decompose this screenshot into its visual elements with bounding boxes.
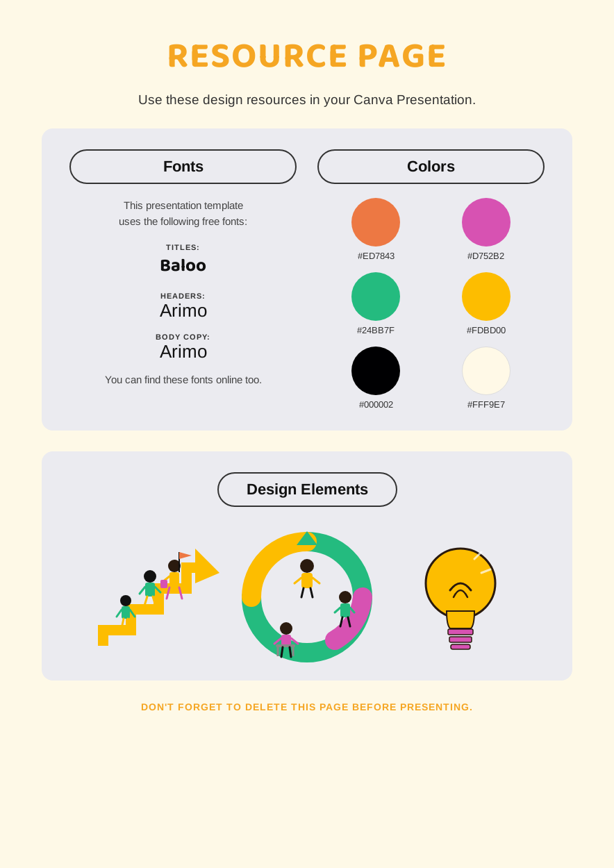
page-subtitle: Use these design resources in your Canva… xyxy=(42,92,572,108)
colors-title: Colors xyxy=(407,158,455,175)
svg-point-16 xyxy=(120,595,131,606)
svg-marker-1 xyxy=(195,549,219,583)
fonts-intro: This presentation templateuses the follo… xyxy=(69,198,297,229)
font-name-arimo-body: Arimo xyxy=(69,341,297,362)
color-item-6: #FFF9E7 xyxy=(462,347,511,410)
fonts-footer: You can find these fonts online too. xyxy=(69,374,297,385)
svg-point-29 xyxy=(339,591,351,603)
color-circle-pink xyxy=(462,198,511,247)
page-header: RESOURCE PAGE Use these design resources… xyxy=(42,28,572,108)
color-circle-cream xyxy=(462,347,511,395)
font-name-arimo-headers: Arimo xyxy=(69,300,297,322)
illustration-stairs xyxy=(84,535,223,660)
svg-line-31 xyxy=(335,608,340,612)
fonts-title-box: Fonts xyxy=(69,149,297,184)
color-item-3: #24BB7F xyxy=(351,272,400,335)
font-label-titles: TITLES: xyxy=(69,243,297,251)
fonts-title: Fonts xyxy=(163,158,204,175)
color-hex-pink: #D752B2 xyxy=(467,251,504,261)
svg-rect-47 xyxy=(449,637,472,642)
design-elements-card: Design Elements xyxy=(42,451,572,681)
design-elements-title-container: Design Elements xyxy=(69,472,545,535)
illustrations-row xyxy=(69,535,545,660)
svg-line-27 xyxy=(301,588,304,597)
color-item-5: #000002 xyxy=(351,347,400,410)
font-label-body: BODY COPY: xyxy=(69,333,297,341)
font-name-baloo: Baloo xyxy=(69,251,297,281)
font-label-headers: HEADERS: xyxy=(69,292,297,300)
svg-marker-12 xyxy=(179,552,192,559)
svg-line-28 xyxy=(310,588,313,597)
svg-line-41 xyxy=(290,647,291,657)
svg-rect-30 xyxy=(340,603,350,617)
color-hex-green: #24BB7F xyxy=(357,325,395,335)
font-entry-headers: HEADERS: Arimo xyxy=(69,292,297,322)
color-circle-orange xyxy=(351,198,400,247)
illustration-lightbulb xyxy=(391,535,530,660)
font-entry-body: BODY COPY: Arimo xyxy=(69,333,297,362)
svg-rect-15 xyxy=(160,580,167,588)
svg-rect-3 xyxy=(145,583,155,596)
color-hex-black: #000002 xyxy=(359,399,393,410)
footer-note: DON'T FORGET TO DELETE THIS PAGE BEFORE … xyxy=(42,701,572,712)
design-elements-title-box: Design Elements xyxy=(217,472,397,507)
svg-point-23 xyxy=(300,559,314,573)
svg-rect-17 xyxy=(122,606,130,619)
fonts-colors-grid: Fonts This presentation templateuses the… xyxy=(69,149,545,410)
fonts-colors-card: Fonts This presentation templateuses the… xyxy=(42,128,572,431)
color-item-4: #FDBD00 xyxy=(462,272,511,335)
svg-line-26 xyxy=(313,578,320,583)
svg-rect-9 xyxy=(169,572,179,587)
color-hex-orange: #ED7843 xyxy=(358,251,395,261)
font-entry-titles: TITLES: Baloo xyxy=(69,243,297,281)
fonts-section: Fonts This presentation templateuses the… xyxy=(69,149,297,410)
svg-line-25 xyxy=(294,578,301,583)
svg-line-4 xyxy=(140,587,145,594)
color-circle-black xyxy=(351,347,400,395)
colors-section: Colors #ED7843 #D752B2 #24BB7F #FDBD00 xyxy=(317,149,545,410)
color-circle-yellow xyxy=(462,272,511,321)
color-hex-yellow: #FDBD00 xyxy=(467,325,506,335)
colors-grid: #ED7843 #D752B2 #24BB7F #FDBD00 #000002 xyxy=(317,198,545,410)
svg-rect-37 xyxy=(276,644,295,647)
page-title: RESOURCE PAGE xyxy=(42,28,572,85)
svg-point-35 xyxy=(280,622,292,635)
svg-rect-24 xyxy=(301,573,313,588)
color-item-2: #D752B2 xyxy=(462,198,511,261)
footer-text: DON'T FORGET TO DELETE THIS PAGE BEFORE … xyxy=(42,701,572,712)
color-circle-green xyxy=(351,272,400,321)
design-elements-title: Design Elements xyxy=(247,481,368,498)
illustration-collaboration xyxy=(238,535,376,660)
colors-title-box: Colors xyxy=(317,149,545,184)
svg-rect-46 xyxy=(448,629,473,635)
svg-point-2 xyxy=(144,570,156,583)
svg-rect-48 xyxy=(451,644,470,649)
svg-line-40 xyxy=(281,647,283,657)
color-item-1: #ED7843 xyxy=(351,198,400,261)
svg-line-18 xyxy=(117,610,122,617)
color-hex-cream: #FFF9E7 xyxy=(467,399,505,410)
